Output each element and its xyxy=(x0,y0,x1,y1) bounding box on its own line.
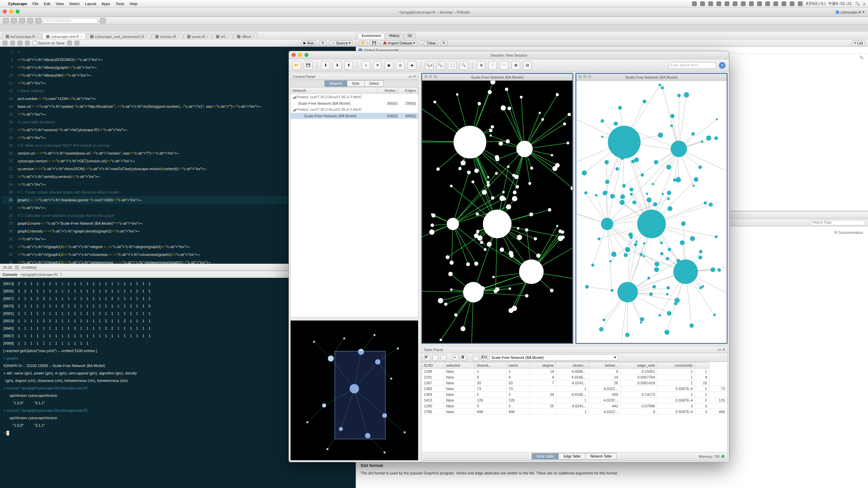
first-neighbors-icon[interactable]: ◉ xyxy=(384,61,393,70)
table-row[interactable]: 1290false33254.0241...4420.0789833 xyxy=(422,403,727,409)
menu-apps[interactable]: Apps xyxy=(102,2,110,6)
forward-icon[interactable] xyxy=(10,41,15,45)
table-row[interactable]: 1291false4444.016E...140.005776414 xyxy=(422,374,727,380)
apply-layout-icon[interactable]: ⋔ xyxy=(477,61,486,70)
zoom-fit-icon[interactable]: ⛶ xyxy=(448,61,457,70)
float-icon[interactable]: ▭ xyxy=(718,347,721,351)
save-icon[interactable] xyxy=(25,41,30,45)
tray-icon[interactable] xyxy=(716,1,721,6)
network-overview[interactable] xyxy=(290,320,418,461)
env-search[interactable]: 🔍 xyxy=(859,56,863,59)
close-tab-icon[interactable]: × xyxy=(227,35,229,38)
menu-view[interactable]: View xyxy=(56,2,64,6)
import-network-icon[interactable]: ⬇ xyxy=(321,61,330,70)
layout-tool-icon[interactable]: ⊞ xyxy=(511,61,520,70)
tab-edge-table[interactable]: Edge Table xyxy=(558,453,586,460)
add-column-icon[interactable]: ＋ xyxy=(453,354,459,361)
source-tab[interactable]: cytoscape-rest.R × xyxy=(42,33,86,39)
source-tab[interactable]: human.df × xyxy=(152,33,182,39)
rerun-icon[interactable]: ↻ xyxy=(319,40,327,46)
show-all-icon[interactable]: ◈ xyxy=(408,61,416,70)
col-nodes[interactable]: Nodes xyxy=(377,87,398,94)
function-icon[interactable]: ⋯ xyxy=(473,354,479,361)
view-titlebar[interactable]: Scale-Free Network (BA Model) xyxy=(422,74,572,81)
tray-icon[interactable] xyxy=(782,1,786,6)
tray-icon[interactable] xyxy=(773,1,778,6)
go-to-function-input[interactable]: Go to file/function xyxy=(43,18,98,23)
table-header[interactable]: closen... xyxy=(556,362,589,369)
menu-tools[interactable]: Tools xyxy=(116,2,124,6)
load-workspace-icon[interactable]: 📂 xyxy=(359,40,368,46)
zoom-selected-icon[interactable]: 🔍 xyxy=(459,61,468,70)
minimize-icon[interactable] xyxy=(298,53,302,57)
list-view-button[interactable]: ≡ List xyxy=(852,40,865,46)
close-tab-icon[interactable]: × xyxy=(177,35,179,38)
help-icon[interactable]: ? xyxy=(719,62,726,69)
network-item[interactable]: ◢ Posted: curl/7.30.0 Rcurl/1.95.4.3 htt… xyxy=(291,106,418,113)
source-tab[interactable]: dftest × xyxy=(233,33,258,39)
zoom-in-icon[interactable]: 🔍+ xyxy=(425,61,434,70)
menubar-clock[interactable]: 8月5日(火) 午後6:52:22 xyxy=(806,1,851,6)
close-panel-icon[interactable]: ✕ xyxy=(722,347,725,351)
open-file-icon[interactable] xyxy=(19,18,25,23)
tray-icon[interactable] xyxy=(749,1,754,6)
tab-environment[interactable]: Environment xyxy=(358,33,384,39)
export-icon[interactable]: ⬆ xyxy=(344,61,353,70)
cp-tab-network[interactable]: Network xyxy=(324,80,347,87)
network-item[interactable]: Scale-Free Network (BA Model)500(0)499(0… xyxy=(291,113,418,119)
new-file-icon[interactable] xyxy=(3,18,9,23)
data-table[interactable]: SUIDselectedshared...namedegreeclosen...… xyxy=(421,362,727,452)
network-item[interactable]: Scale-Free Network (BA Model)300(0)299(0… xyxy=(291,100,418,106)
clear-button[interactable]: 🧹 Clear xyxy=(419,40,438,46)
close-icon[interactable] xyxy=(292,53,296,57)
close-panel-icon[interactable]: ✕ xyxy=(413,74,416,78)
overview-viewport[interactable] xyxy=(335,351,386,439)
menu-layout[interactable]: Layout xyxy=(85,2,96,6)
menu-extra-icon[interactable]: ≡ xyxy=(863,2,865,6)
print-icon[interactable] xyxy=(35,18,41,23)
table-network-select[interactable]: Scale-Free Network (BA Model)▾ xyxy=(489,354,618,361)
spotlight-icon[interactable]: 🔍 xyxy=(855,1,860,6)
tray-icon[interactable] xyxy=(798,1,803,6)
source-tab[interactable]: el1 × xyxy=(212,33,233,39)
network-list[interactable]: Network Nodes Edges ◢ Posted: curl/7.30.… xyxy=(291,87,418,317)
tools-icon[interactable] xyxy=(100,18,106,23)
table-row[interactable]: 1288false11144.008E...00.1505111 xyxy=(422,369,727,374)
layout-tool-icon[interactable]: ⋮ xyxy=(488,61,497,70)
network-view-light[interactable]: Scale-Free Network (BA Model) xyxy=(575,73,728,344)
tray-icon[interactable] xyxy=(725,1,729,6)
delete-column-icon[interactable]: 🗑 xyxy=(461,354,467,361)
import-table-icon[interactable]: ⬇ xyxy=(333,61,341,70)
table-row[interactable]: 1307false202074.0241...260.0061418120 xyxy=(422,380,727,386)
help-find-input[interactable] xyxy=(811,220,865,225)
table-header[interactable]: shared... xyxy=(475,362,507,369)
view-titlebar[interactable]: Scale-Free Network (BA Model) xyxy=(576,74,727,81)
refresh-icon[interactable]: ↻ xyxy=(440,40,448,46)
close-tab-icon[interactable]: × xyxy=(252,35,254,38)
close-tab-icon[interactable]: × xyxy=(36,35,38,38)
save-session-icon[interactable]: 💾 xyxy=(304,61,313,70)
col-edges[interactable]: Edges xyxy=(398,87,418,94)
source-button[interactable]: → Source ▾ xyxy=(329,40,353,46)
table-row[interactable]: 1413false12612614.0232...5.5587E-42126 xyxy=(422,398,727,403)
tray-icon[interactable] xyxy=(700,1,705,6)
table-header[interactable]: name xyxy=(506,362,529,369)
back-icon[interactable] xyxy=(3,41,7,45)
chunk-nav-icon[interactable] xyxy=(15,265,19,269)
tray-icon[interactable] xyxy=(741,1,746,6)
find-icon[interactable] xyxy=(67,41,72,45)
columns-icon[interactable] xyxy=(432,354,438,361)
close-tab-icon[interactable]: × xyxy=(206,35,208,38)
zoom-icon[interactable] xyxy=(16,9,20,14)
app-menu[interactable]: Cytoscape xyxy=(8,2,27,6)
hide-selected-icon[interactable]: ◎ xyxy=(396,61,405,70)
open-session-icon[interactable]: 📂 xyxy=(292,61,301,70)
source-tab[interactable]: toCytoscape.R × xyxy=(2,33,42,39)
source-on-save-checkbox[interactable]: Source on Save xyxy=(33,41,64,45)
float-icon[interactable]: ▭ xyxy=(409,74,412,78)
select-icon[interactable] xyxy=(440,354,447,361)
menu-help[interactable]: Help xyxy=(130,2,137,6)
save-all-icon[interactable] xyxy=(27,18,33,23)
table-header[interactable]: degree xyxy=(529,362,556,369)
run-button[interactable]: ▶ Run xyxy=(301,40,316,46)
